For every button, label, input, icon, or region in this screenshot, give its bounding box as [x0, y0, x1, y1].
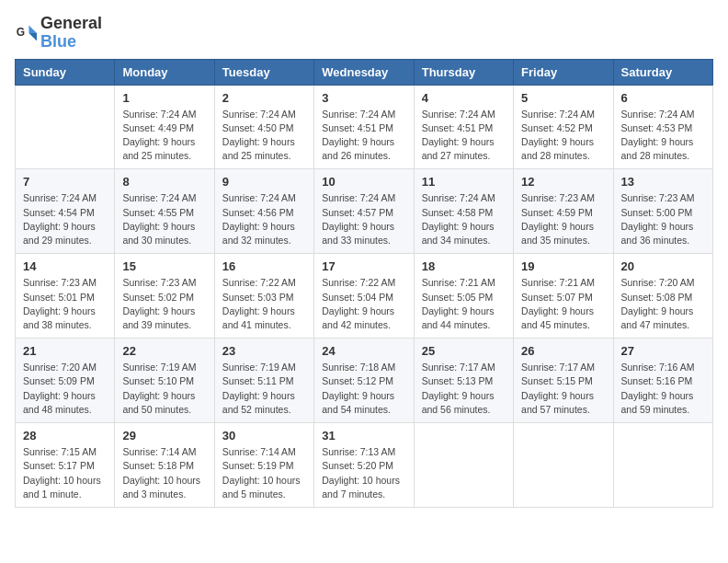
day-number: 23 — [222, 344, 306, 358]
day-number: 2 — [222, 91, 306, 105]
day-cell-2-6: 20 Sunrise: 7:20 AMSunset: 5:08 PMDaylig… — [613, 254, 712, 339]
day-cell-1-5: 12 Sunrise: 7:23 AMSunset: 4:59 PMDaylig… — [514, 169, 613, 254]
day-info: Sunrise: 7:17 AMSunset: 5:15 PMDaylight:… — [521, 361, 605, 417]
day-cell-3-5: 26 Sunrise: 7:17 AMSunset: 5:15 PMDaylig… — [514, 339, 613, 423]
day-number: 30 — [222, 429, 306, 442]
day-cell-0-6: 6 Sunrise: 7:24 AMSunset: 4:53 PMDayligh… — [613, 85, 712, 169]
day-info: Sunrise: 7:24 AMSunset: 4:57 PMDaylight:… — [322, 191, 405, 247]
day-info: Sunrise: 7:24 AMSunset: 4:56 PMDaylight:… — [222, 191, 306, 247]
day-info: Sunrise: 7:24 AMSunset: 4:49 PMDaylight:… — [122, 108, 206, 164]
day-info: Sunrise: 7:24 AMSunset: 4:51 PMDaylight:… — [422, 108, 506, 164]
day-number: 7 — [23, 175, 107, 189]
day-cell-0-5: 5 Sunrise: 7:24 AMSunset: 4:52 PMDayligh… — [514, 85, 613, 169]
day-cell-0-2: 2 Sunrise: 7:24 AMSunset: 4:50 PMDayligh… — [214, 85, 313, 169]
day-info: Sunrise: 7:21 AMSunset: 5:05 PMDaylight:… — [422, 276, 506, 332]
day-cell-1-3: 10 Sunrise: 7:24 AMSunset: 4:57 PMDaylig… — [314, 169, 414, 254]
day-cell-2-2: 16 Sunrise: 7:22 AMSunset: 5:03 PMDaylig… — [214, 254, 313, 339]
day-cell-3-6: 27 Sunrise: 7:16 AMSunset: 5:16 PMDaylig… — [613, 339, 712, 423]
day-number: 24 — [322, 344, 405, 358]
day-number: 31 — [322, 429, 405, 442]
header-tuesday: Tuesday — [214, 59, 313, 85]
day-number: 6 — [621, 91, 705, 105]
weekday-header-row: Sunday Monday Tuesday Wednesday Thursday… — [16, 59, 713, 85]
logo-icon: G — [15, 22, 37, 44]
day-number: 14 — [23, 259, 107, 273]
day-cell-2-5: 19 Sunrise: 7:21 AMSunset: 5:07 PMDaylig… — [514, 254, 613, 339]
week-row-2: 14 Sunrise: 7:23 AMSunset: 5:01 PMDaylig… — [16, 254, 713, 339]
day-cell-3-3: 24 Sunrise: 7:18 AMSunset: 5:12 PMDaylig… — [314, 339, 414, 423]
header-thursday: Thursday — [414, 59, 513, 85]
day-cell-4-0: 28 Sunrise: 7:15 AMSunset: 5:17 PMDaylig… — [16, 423, 115, 508]
day-info: Sunrise: 7:20 AMSunset: 5:08 PMDaylight:… — [621, 276, 705, 332]
calendar-body: 1 Sunrise: 7:24 AMSunset: 4:49 PMDayligh… — [16, 85, 713, 507]
day-number: 15 — [122, 259, 206, 273]
day-cell-3-1: 22 Sunrise: 7:19 AMSunset: 5:10 PMDaylig… — [115, 339, 214, 423]
day-cell-3-4: 25 Sunrise: 7:17 AMSunset: 5:13 PMDaylig… — [414, 339, 513, 423]
day-info: Sunrise: 7:23 AMSunset: 5:01 PMDaylight:… — [23, 276, 107, 332]
day-info: Sunrise: 7:14 AMSunset: 5:19 PMDaylight:… — [222, 445, 306, 501]
day-number: 13 — [621, 175, 705, 189]
day-number: 12 — [521, 175, 605, 189]
day-info: Sunrise: 7:22 AMSunset: 5:03 PMDaylight:… — [222, 276, 306, 332]
day-number: 21 — [23, 344, 107, 358]
day-info: Sunrise: 7:24 AMSunset: 4:52 PMDaylight:… — [521, 108, 605, 164]
svg-marker-1 — [28, 25, 37, 33]
header-monday: Monday — [115, 59, 214, 85]
day-number: 29 — [122, 429, 206, 442]
day-cell-4-6 — [613, 423, 712, 508]
day-info: Sunrise: 7:15 AMSunset: 5:17 PMDaylight:… — [23, 445, 107, 501]
day-cell-1-4: 11 Sunrise: 7:24 AMSunset: 4:58 PMDaylig… — [414, 169, 513, 254]
header-saturday: Saturday — [613, 59, 712, 85]
header-wednesday: Wednesday — [314, 59, 414, 85]
page-header: G GeneralBlue — [15, 15, 713, 52]
day-number: 25 — [422, 344, 506, 358]
day-number: 4 — [422, 91, 506, 105]
day-info: Sunrise: 7:19 AMSunset: 5:11 PMDaylight:… — [222, 361, 306, 417]
day-number: 11 — [422, 175, 506, 189]
day-cell-3-2: 23 Sunrise: 7:19 AMSunset: 5:11 PMDaylig… — [214, 339, 313, 423]
day-number: 27 — [621, 344, 705, 358]
day-cell-2-1: 15 Sunrise: 7:23 AMSunset: 5:02 PMDaylig… — [115, 254, 214, 339]
day-info: Sunrise: 7:24 AMSunset: 4:55 PMDaylight:… — [122, 191, 206, 247]
day-info: Sunrise: 7:18 AMSunset: 5:12 PMDaylight:… — [322, 361, 405, 417]
day-cell-1-6: 13 Sunrise: 7:23 AMSunset: 5:00 PMDaylig… — [613, 169, 712, 254]
day-cell-4-4 — [414, 423, 513, 508]
day-info: Sunrise: 7:24 AMSunset: 4:53 PMDaylight:… — [621, 108, 705, 164]
svg-text:G: G — [17, 26, 25, 39]
day-number: 19 — [521, 259, 605, 273]
day-info: Sunrise: 7:14 AMSunset: 5:18 PMDaylight:… — [122, 445, 206, 501]
day-cell-1-2: 9 Sunrise: 7:24 AMSunset: 4:56 PMDayligh… — [214, 169, 313, 254]
day-cell-3-0: 21 Sunrise: 7:20 AMSunset: 5:09 PMDaylig… — [16, 339, 115, 423]
day-number: 9 — [222, 175, 306, 189]
header-sunday: Sunday — [16, 59, 115, 85]
day-cell-4-2: 30 Sunrise: 7:14 AMSunset: 5:19 PMDaylig… — [214, 423, 313, 508]
day-cell-1-0: 7 Sunrise: 7:24 AMSunset: 4:54 PMDayligh… — [16, 169, 115, 254]
day-cell-4-3: 31 Sunrise: 7:13 AMSunset: 5:20 PMDaylig… — [314, 423, 414, 508]
week-row-3: 21 Sunrise: 7:20 AMSunset: 5:09 PMDaylig… — [16, 339, 713, 423]
day-number: 3 — [322, 91, 405, 105]
svg-marker-2 — [28, 33, 37, 41]
day-cell-0-0 — [16, 85, 115, 169]
day-cell-2-0: 14 Sunrise: 7:23 AMSunset: 5:01 PMDaylig… — [16, 254, 115, 339]
day-cell-2-3: 17 Sunrise: 7:22 AMSunset: 5:04 PMDaylig… — [314, 254, 414, 339]
day-number: 20 — [621, 259, 705, 273]
week-row-0: 1 Sunrise: 7:24 AMSunset: 4:49 PMDayligh… — [16, 85, 713, 169]
day-number: 26 — [521, 344, 605, 358]
day-cell-0-3: 3 Sunrise: 7:24 AMSunset: 4:51 PMDayligh… — [314, 85, 414, 169]
day-info: Sunrise: 7:16 AMSunset: 5:16 PMDaylight:… — [621, 361, 705, 417]
day-info: Sunrise: 7:23 AMSunset: 5:02 PMDaylight:… — [122, 276, 206, 332]
day-number: 10 — [322, 175, 405, 189]
logo: G GeneralBlue — [15, 15, 102, 52]
day-info: Sunrise: 7:20 AMSunset: 5:09 PMDaylight:… — [23, 361, 107, 417]
calendar-table: Sunday Monday Tuesday Wednesday Thursday… — [15, 59, 713, 508]
day-number: 1 — [122, 91, 206, 105]
day-info: Sunrise: 7:22 AMSunset: 5:04 PMDaylight:… — [322, 276, 405, 332]
day-cell-1-1: 8 Sunrise: 7:24 AMSunset: 4:55 PMDayligh… — [115, 169, 214, 254]
day-number: 17 — [322, 259, 405, 273]
day-info: Sunrise: 7:19 AMSunset: 5:10 PMDaylight:… — [122, 361, 206, 417]
day-info: Sunrise: 7:17 AMSunset: 5:13 PMDaylight:… — [422, 361, 506, 417]
day-cell-2-4: 18 Sunrise: 7:21 AMSunset: 5:05 PMDaylig… — [414, 254, 513, 339]
day-info: Sunrise: 7:21 AMSunset: 5:07 PMDaylight:… — [521, 276, 605, 332]
day-cell-4-5 — [514, 423, 613, 508]
logo-text: GeneralBlue — [40, 15, 102, 52]
